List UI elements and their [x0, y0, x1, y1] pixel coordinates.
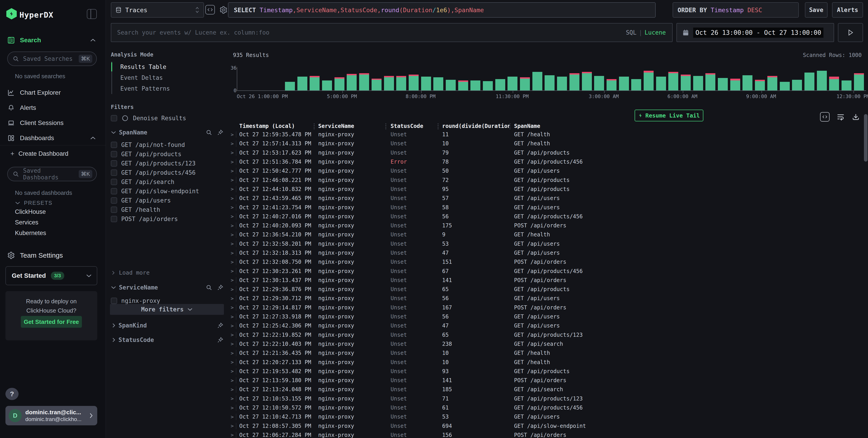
chart-bar[interactable]	[594, 76, 604, 91]
table-row[interactable]: >Oct 27 12:27:33.918 PMnginx-proxyUnset5…	[228, 312, 868, 321]
chart-bar[interactable]	[483, 81, 493, 91]
sidebar-item-dashboards[interactable]: Dashboards	[0, 132, 106, 144]
sidebar-item-search[interactable]: Search	[0, 34, 106, 46]
filter-checkbox-item[interactable]: GET /api/products/456	[111, 168, 199, 177]
expand-row-icon[interactable]: >	[231, 186, 234, 192]
checkbox[interactable]	[111, 298, 117, 304]
expand-row-icon[interactable]: >	[231, 150, 234, 156]
more-filters-button[interactable]: More filters	[110, 304, 224, 315]
sidebar-item-alerts[interactable]: Alerts	[0, 101, 106, 114]
expand-row-icon[interactable]: >	[231, 132, 234, 137]
table-row[interactable]: >Oct 27 12:29:30.712 PMnginx-proxyUnset5…	[228, 294, 868, 303]
chart-bar[interactable]	[495, 79, 505, 91]
chart-bar[interactable]	[384, 76, 394, 91]
chart-bar[interactable]	[742, 75, 752, 91]
table-row[interactable]: >Oct 27 12:29:14.817 PMnginx-proxyUnset1…	[228, 303, 868, 312]
time-range-picker[interactable]: Oct 26 13:00:00 - Oct 27 13:00:00	[677, 23, 834, 42]
sidebar-collapse-icon[interactable]	[87, 9, 97, 19]
expand-row-icon[interactable]: >	[231, 296, 234, 301]
mode-sql[interactable]: SQL	[626, 29, 637, 36]
denoise-results-toggle[interactable]: Denoise Results	[111, 115, 186, 122]
order-by-input[interactable]: ORDER BY Timestamp DESC	[673, 2, 799, 18]
chart-bar[interactable]	[730, 79, 740, 91]
expand-row-icon[interactable]: >	[231, 250, 234, 256]
help-button[interactable]: ?	[5, 388, 19, 400]
chart-bar[interactable]	[582, 72, 592, 91]
chart-bar[interactable]	[780, 82, 790, 91]
gear-icon[interactable]	[218, 5, 228, 15]
filter-checkbox-item[interactable]: POST /api/orders	[111, 214, 199, 224]
mode-lucene[interactable]: Lucene	[645, 29, 666, 36]
table-row[interactable]: >Oct 27 12:19:53.482 PMnginx-proxyUnset9…	[228, 367, 868, 376]
checkbox[interactable]	[111, 197, 117, 204]
pin-icon[interactable]	[217, 337, 223, 343]
expand-row-icon[interactable]: >	[231, 332, 234, 338]
filter-checkbox-item[interactable]: GET /api/products	[111, 149, 199, 159]
chart-bar[interactable]	[619, 77, 629, 91]
preset-kubernetes[interactable]: Kubernetes	[15, 230, 46, 237]
expand-row-icon[interactable]: >	[231, 305, 234, 310]
table-row[interactable]: >Oct 27 12:36:54.210 PMnginx-proxyUnset9…	[228, 230, 868, 239]
chart-bar[interactable]	[829, 77, 839, 91]
table-row[interactable]: >Oct 27 12:53:17.623 PMnginx-proxyUnset7…	[228, 148, 868, 157]
pin-icon[interactable]	[217, 322, 223, 329]
chart-bar[interactable]	[681, 75, 691, 91]
chart-bar[interactable]	[335, 77, 344, 91]
filter-checkbox-item[interactable]: GET /api/not-found	[111, 140, 199, 149]
chart-bar[interactable]	[285, 82, 295, 91]
chart-bar[interactable]	[755, 80, 765, 91]
saved-dashboards-input[interactable]: Saved Dashboards ⌘K	[7, 167, 97, 181]
chart-bar[interactable]	[545, 75, 555, 91]
query-language-toggle[interactable]: SQL|Lucene	[626, 29, 666, 36]
get-started-free-button[interactable]: Get Started for Free	[21, 316, 82, 328]
search-icon[interactable]	[206, 284, 212, 291]
chevron-up-icon[interactable]	[90, 38, 96, 42]
expand-row-icon[interactable]: >	[231, 359, 234, 365]
expand-row-icon[interactable]: >	[231, 414, 234, 420]
sidebar-item-client-sessions[interactable]: Client Sessions	[0, 116, 106, 129]
save-button[interactable]: Save	[805, 2, 828, 18]
scrollbar-thumb[interactable]	[864, 114, 868, 162]
expand-row-icon[interactable]: >	[231, 368, 234, 374]
table-row[interactable]: >Oct 27 12:13:24.048 PMnginx-proxyUnset1…	[228, 385, 868, 394]
expand-row-icon[interactable]: >	[231, 205, 234, 210]
col-servicename[interactable]: ServiceName	[318, 123, 384, 129]
run-query-button[interactable]	[838, 23, 863, 42]
expand-row-icon[interactable]: >	[231, 177, 234, 183]
chart-bar[interactable]	[470, 80, 480, 91]
table-row[interactable]: >Oct 27 12:08:57.305 PMnginx-proxyUnset6…	[228, 422, 868, 431]
expand-row-icon[interactable]: >	[231, 423, 234, 429]
checkbox[interactable]	[111, 151, 117, 157]
expand-row-icon[interactable]: >	[231, 387, 234, 392]
table-row[interactable]: >Oct 27 12:10:42.713 PMnginx-proxyUnset5…	[228, 412, 868, 421]
expand-row-icon[interactable]: >	[231, 168, 234, 174]
table-row[interactable]: >Oct 27 12:50:42.777 PMnginx-proxyUnset5…	[228, 166, 868, 175]
expand-row-icon[interactable]: >	[231, 396, 234, 401]
create-dashboard-button[interactable]: + Create Dashboard	[0, 147, 106, 160]
chart-bar[interactable]	[421, 77, 431, 91]
filter-checkbox-item[interactable]: GET /api/products/123	[111, 159, 199, 168]
expand-row-icon[interactable]: >	[231, 323, 234, 329]
table-row[interactable]: >Oct 27 12:13:59.180 PMnginx-proxyUnset1…	[228, 376, 868, 385]
event-search-input[interactable]: Search your events w/ Lucene ex. column:…	[111, 23, 673, 42]
chart-bar[interactable]	[557, 77, 567, 91]
expand-row-icon[interactable]: >	[231, 268, 234, 274]
expand-row-icon[interactable]: >	[231, 196, 234, 201]
sidebar-item-team-settings[interactable]: Team Settings	[0, 249, 106, 262]
chart-bar[interactable]	[718, 78, 728, 91]
table-row[interactable]: >Oct 27 12:22:19.852 PMnginx-proxyUnset6…	[228, 330, 868, 339]
chart-bar[interactable]	[347, 74, 356, 91]
resume-live-tail-button[interactable]: Resume Live Tail	[634, 110, 703, 121]
chart-bar[interactable]	[854, 73, 864, 91]
filter-checkbox-item[interactable]: GET /api/users	[111, 196, 199, 205]
table-row[interactable]: >Oct 27 12:59:35.478 PMnginx-proxyUnset1…	[228, 130, 868, 139]
checkbox[interactable]	[111, 207, 117, 213]
expand-row-icon[interactable]: >	[231, 314, 234, 319]
table-row[interactable]: >Oct 27 12:10:50.572 PMnginx-proxyUnset6…	[228, 403, 868, 412]
expand-row-icon[interactable]: >	[231, 141, 234, 146]
checkbox[interactable]	[111, 160, 117, 167]
expand-row-icon[interactable]: >	[231, 232, 234, 238]
table-row[interactable]: >Oct 27 12:25:42.306 PMnginx-proxyUnset4…	[228, 321, 868, 330]
chart-bar[interactable]	[520, 77, 530, 91]
expand-row-icon[interactable]: >	[231, 378, 234, 383]
